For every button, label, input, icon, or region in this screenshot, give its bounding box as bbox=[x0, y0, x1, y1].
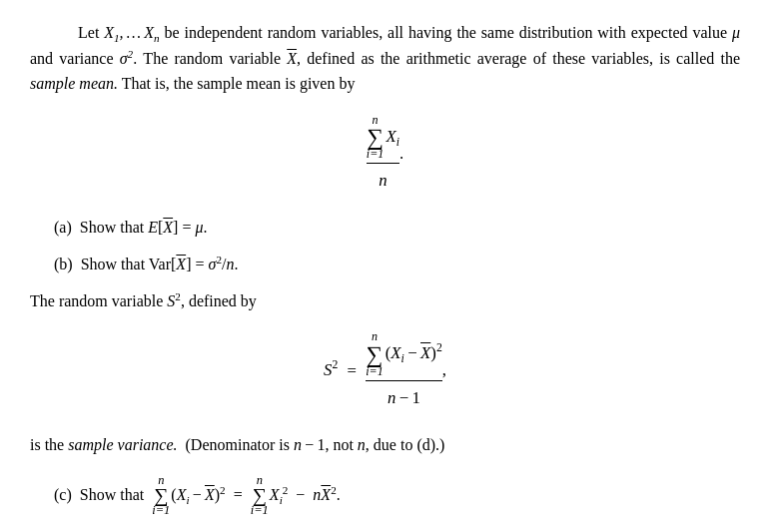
math-sigma-sq: σ2 bbox=[120, 50, 133, 67]
part-a-label: (a) Show that E[X] = μ. bbox=[54, 219, 207, 236]
term-sample-variance: sample variance. bbox=[68, 436, 177, 453]
part-c: (c) Show that n ∑ i=1 (Xi − X)2 = n ∑ i=… bbox=[54, 474, 740, 518]
part-b: (b) Show that Var[X] = σ2/n. bbox=[54, 252, 740, 277]
numerator-sum: n ∑ i=1 Xi bbox=[367, 114, 399, 165]
main-content: Let X1, … Xn be independent random varia… bbox=[30, 20, 740, 518]
comma-1: , bbox=[442, 360, 446, 379]
denominator-n-minus-1: n − 1 bbox=[366, 383, 442, 412]
part-c-label: (c) Show that n ∑ i=1 (Xi − X)2 = n ∑ i=… bbox=[54, 486, 341, 503]
period-1: . bbox=[399, 143, 403, 162]
paragraph-1: Let X1, … Xn be independent random varia… bbox=[30, 20, 740, 97]
term-sample-mean: sample mean. bbox=[30, 75, 118, 92]
math-x1-xn: X1, … Xn bbox=[104, 24, 159, 41]
numerator-variance-sum: n ∑ i=1 (Xi − X)2 bbox=[366, 330, 442, 381]
fraction-variance: n ∑ i=1 (Xi − X)2 n − 1 bbox=[366, 330, 442, 412]
part-b-label: (b) Show that Var[X] = σ2/n. bbox=[54, 256, 238, 272]
part-a: (a) Show that E[X] = μ. bbox=[54, 215, 740, 241]
math-xbar: X bbox=[287, 50, 297, 67]
fraction-sample-mean: n ∑ i=1 Xi n bbox=[367, 114, 399, 196]
math-mu: μ bbox=[732, 24, 740, 41]
formula-sample-mean: n ∑ i=1 Xi n . bbox=[30, 114, 740, 196]
denominator-n: n bbox=[367, 166, 399, 195]
formula-sample-variance: S2 = n ∑ i=1 (Xi − X)2 n − 1 , bbox=[30, 330, 740, 412]
paragraph-2: The random variable S2, defined by bbox=[30, 288, 740, 314]
paragraph-3: is the sample variance. (Denominator is … bbox=[30, 432, 740, 458]
